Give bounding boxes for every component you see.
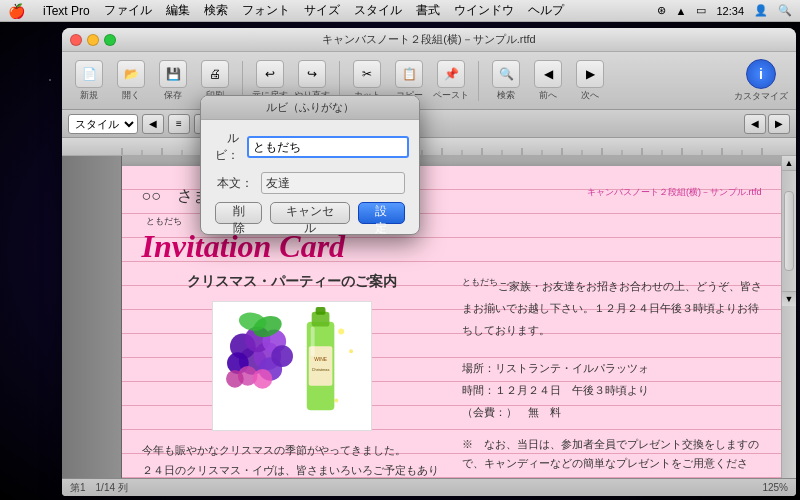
search-label: 検索 bbox=[497, 89, 515, 102]
prev-button[interactable]: ◀ 前へ bbox=[529, 60, 567, 102]
apple-menu[interactable]: 🍎 bbox=[8, 3, 25, 19]
ruby-input[interactable] bbox=[247, 136, 409, 158]
align-center-button[interactable]: ≡ bbox=[168, 114, 190, 134]
info-button[interactable]: i カスタマイズ bbox=[734, 59, 788, 103]
save-button[interactable]: 💾 保存 bbox=[154, 60, 192, 102]
two-column-layout: クリスマス・パーティーのご案内 bbox=[142, 273, 762, 478]
next-icon: ▶ bbox=[576, 60, 604, 88]
page-info: 第1 1/14 列 bbox=[70, 481, 128, 495]
zoom-level: 125% bbox=[762, 482, 788, 493]
new-button[interactable]: 📄 新規 bbox=[70, 60, 108, 102]
print-icon: 🖨 bbox=[201, 60, 229, 88]
spotlight-icon[interactable]: 🔍 bbox=[778, 4, 792, 17]
align-left-button[interactable]: ◀ bbox=[142, 114, 164, 134]
ruby-dialog-body: ルビ： 本文： 友達 削除 キャンセル 設定 bbox=[201, 120, 419, 234]
user-icon: 👤 bbox=[754, 4, 768, 17]
scrollbar[interactable]: ▲ ▼ bbox=[781, 156, 796, 478]
menubar: 🍎 iText Pro ファイル 編集 検索 フォント サイズ スタイル 書式 … bbox=[0, 0, 800, 22]
svg-point-56 bbox=[349, 349, 353, 353]
content-area: ○○ さまへ キャンバスノート２段組(横)－サンプル.rtfd ともだち Inv… bbox=[62, 156, 796, 478]
paste-label: ペースト bbox=[433, 89, 469, 102]
scroll-thumb[interactable] bbox=[784, 191, 794, 271]
main-window: キャンバスノート２段組(横)－サンプル.rtfd 📄 新規 📂 開く 💾 保存 … bbox=[62, 28, 796, 496]
party-image: WINE Christmas bbox=[212, 301, 372, 431]
body-label: 本文： bbox=[215, 175, 253, 192]
open-icon: 📂 bbox=[117, 60, 145, 88]
prev-label: 前へ bbox=[539, 89, 557, 102]
delete-button[interactable]: 削除 bbox=[215, 202, 262, 224]
prev-icon: ◀ bbox=[534, 60, 562, 88]
scroll-up-button[interactable]: ▲ bbox=[782, 156, 796, 171]
paste-button[interactable]: 📌 ペースト bbox=[432, 60, 470, 102]
ruby-dialog-title: ルビ（ふりがな） bbox=[201, 96, 419, 120]
dialog-buttons: 削除 キャンセル 設定 bbox=[215, 202, 405, 224]
menubar-search[interactable]: 検索 bbox=[204, 2, 228, 19]
ruler-svg bbox=[62, 138, 796, 156]
scroll-right-btn[interactable]: ▶ bbox=[768, 114, 790, 134]
ruby-row: ルビ： bbox=[215, 130, 405, 164]
svg-point-42 bbox=[271, 345, 293, 367]
menubar-app[interactable]: iText Pro bbox=[43, 4, 90, 18]
svg-point-57 bbox=[334, 398, 338, 402]
next-label: 次へ bbox=[581, 89, 599, 102]
svg-point-55 bbox=[338, 329, 344, 335]
new-icon: 📄 bbox=[75, 60, 103, 88]
time-text: 時間：１２月２４日 午後３時頃より bbox=[462, 379, 762, 401]
party-heading: クリスマス・パーティーのご案内 bbox=[142, 273, 442, 291]
format-bar: スタイル ◀ ≡ ▷ 間隔 リスト ◀ ▶ bbox=[62, 110, 796, 138]
scroll-down-button[interactable]: ▼ bbox=[782, 291, 796, 306]
save-label: 保存 bbox=[164, 89, 182, 102]
svg-rect-54 bbox=[310, 327, 314, 357]
menubar-format[interactable]: 書式 bbox=[416, 2, 440, 19]
clock: 12:34 bbox=[716, 5, 744, 17]
intro-text: ともだちご家族・お友達をお招きお合わせの上、どうぞ、皆さまお揃いでお越し下さい。… bbox=[462, 273, 762, 341]
paste-icon: 📌 bbox=[437, 60, 465, 88]
search-toolbar-icon: 🔍 bbox=[492, 60, 520, 88]
cut-icon: ✂ bbox=[353, 60, 381, 88]
svg-rect-50 bbox=[315, 307, 325, 315]
new-label: 新規 bbox=[80, 89, 98, 102]
menubar-size[interactable]: サイズ bbox=[304, 2, 340, 19]
body-value: 友達 bbox=[261, 172, 405, 194]
svg-rect-0 bbox=[62, 138, 796, 156]
note-text: ※ なお、当日は、参加者全員でプレゼント交換をしますので、キャンディーなどの簡単… bbox=[462, 435, 762, 478]
venue-text: 場所：リストランテ・イルパラッツォ bbox=[462, 357, 762, 379]
title-bar: キャンバスノート２段組(横)－サンプル.rtfd bbox=[62, 28, 796, 52]
menubar-font[interactable]: フォント bbox=[242, 2, 290, 19]
open-label: 開く bbox=[122, 89, 140, 102]
menubar-window[interactable]: ウインドウ bbox=[454, 2, 514, 19]
cancel-button[interactable]: キャンセル bbox=[270, 202, 349, 224]
menubar-right: ⊛ ▲ ▭ 12:34 👤 🔍 bbox=[657, 4, 792, 17]
scroll-left-btn[interactable]: ◀ bbox=[744, 114, 766, 134]
open-button[interactable]: 📂 開く bbox=[112, 60, 150, 102]
page-filename: キャンバスノート２段組(横)－サンプル.rtfd bbox=[587, 186, 762, 199]
next-button[interactable]: ▶ 次へ bbox=[571, 60, 609, 102]
minimize-button[interactable] bbox=[87, 34, 99, 46]
close-button[interactable] bbox=[70, 34, 82, 46]
maximize-button[interactable] bbox=[104, 34, 116, 46]
save-icon: 💾 bbox=[159, 60, 187, 88]
status-bar: 第1 1/14 列 125% bbox=[62, 478, 796, 496]
wifi-icon: ▲ bbox=[676, 5, 687, 17]
set-button[interactable]: 設定 bbox=[358, 202, 405, 224]
redo-icon: ↪ bbox=[298, 60, 326, 88]
desktop: 🍎 iText Pro ファイル 編集 検索 フォント サイズ スタイル 書式 … bbox=[0, 0, 800, 500]
menubar-style[interactable]: スタイル bbox=[354, 2, 402, 19]
ruby-label: ルビ： bbox=[215, 130, 239, 164]
menubar-left: 🍎 iText Pro ファイル 編集 検索 フォント サイズ スタイル 書式 … bbox=[8, 2, 564, 19]
window-title: キャンバスノート２段組(横)－サンプル.rtfd bbox=[322, 32, 535, 47]
svg-text:Christmas: Christmas bbox=[311, 367, 329, 372]
search-button[interactable]: 🔍 検索 bbox=[487, 60, 525, 102]
menubar-file[interactable]: ファイル bbox=[104, 2, 152, 19]
menubar-help[interactable]: ヘルプ bbox=[528, 2, 564, 19]
pages-panel bbox=[62, 156, 122, 478]
copy-icon: 📋 bbox=[395, 60, 423, 88]
style-select[interactable]: スタイル bbox=[68, 114, 138, 134]
battery-icon: ▭ bbox=[696, 4, 706, 17]
menubar-edit[interactable]: 編集 bbox=[166, 2, 190, 19]
bluetooth-icon: ⊛ bbox=[657, 4, 666, 17]
body-row: 本文： 友達 bbox=[215, 172, 405, 194]
scroll-btns: ◀ ▶ bbox=[744, 114, 790, 134]
details-section: 場所：リストランテ・イルパラッツォ 時間：１２月２４日 午後３時頃より （会費：… bbox=[462, 357, 762, 423]
scene-svg: WINE Christmas bbox=[213, 302, 371, 430]
